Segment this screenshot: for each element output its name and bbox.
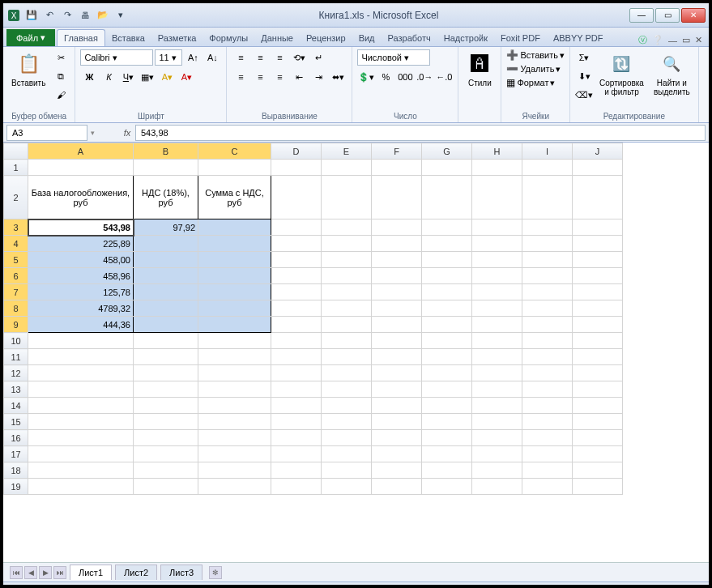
cell-F7[interactable] [372, 284, 422, 300]
cell-C7[interactable] [198, 284, 271, 300]
cell-E9[interactable] [322, 317, 372, 333]
cell-G5[interactable] [422, 252, 472, 268]
cell-D13[interactable] [271, 381, 322, 398]
row-header-10[interactable]: 10 [4, 333, 28, 349]
italic-icon[interactable]: К [100, 69, 117, 85]
cell-I2[interactable] [522, 176, 573, 219]
cell-B19[interactable] [134, 479, 198, 495]
cell-F2[interactable] [372, 176, 422, 219]
new-sheet-icon[interactable]: ✻ [209, 566, 222, 579]
cell-G9[interactable] [422, 317, 472, 333]
cell-E18[interactable] [322, 462, 372, 479]
row-header-14[interactable]: 14 [4, 398, 28, 414]
orientation-icon[interactable]: ⟲▾ [290, 49, 308, 66]
cell-A14[interactable] [28, 398, 134, 414]
cell-H6[interactable] [472, 268, 522, 284]
cell-J3[interactable] [573, 219, 623, 236]
fill-icon[interactable]: ⬇▾ [575, 68, 593, 84]
percent-icon[interactable]: % [377, 69, 394, 85]
doc-min-icon[interactable]: — [668, 36, 677, 45]
tab-home[interactable]: Главная [57, 29, 105, 46]
cell-B13[interactable] [134, 381, 198, 398]
paste-button[interactable]: 📋 Вставить [8, 49, 49, 89]
cell-B3[interactable]: 97,92 [134, 219, 198, 236]
cell-G8[interactable] [422, 300, 472, 317]
cell-G16[interactable] [422, 430, 472, 446]
cell-D2[interactable] [271, 176, 322, 219]
cell-G11[interactable] [422, 349, 472, 365]
cell-I15[interactable] [522, 414, 573, 430]
cell-J13[interactable] [573, 381, 623, 398]
minimize-ribbon-icon[interactable]: ⓥ [638, 34, 647, 46]
cell-H18[interactable] [472, 462, 522, 479]
cut-icon[interactable]: ✂ [52, 49, 70, 66]
cell-H16[interactable] [472, 430, 522, 446]
sheet-tab-3[interactable]: Лист3 [160, 565, 203, 580]
cell-E8[interactable] [322, 300, 372, 317]
cell-G12[interactable] [422, 365, 472, 381]
cell-I9[interactable] [522, 317, 573, 333]
cell-J2[interactable] [573, 176, 623, 219]
view-normal-icon[interactable] [540, 585, 555, 589]
cell-F13[interactable] [372, 381, 422, 398]
cell-B5[interactable] [134, 252, 198, 268]
decrease-font-icon[interactable]: A↓ [203, 49, 221, 66]
cell-I18[interactable] [522, 462, 573, 479]
align-left-icon[interactable]: ≡ [232, 69, 249, 85]
cell-I14[interactable] [522, 398, 573, 414]
col-header-I[interactable]: I [522, 143, 573, 160]
row-header-16[interactable]: 16 [4, 430, 28, 446]
cell-J1[interactable] [573, 160, 623, 176]
cell-C1[interactable] [198, 160, 271, 176]
cell-H17[interactable] [472, 446, 522, 462]
cell-D10[interactable] [271, 333, 322, 349]
number-format-combo[interactable]: Числовой▾ [357, 49, 430, 66]
cell-A19[interactable] [28, 479, 134, 495]
cell-D11[interactable] [271, 349, 322, 365]
cell-G19[interactable] [422, 479, 472, 495]
cell-F10[interactable] [372, 333, 422, 349]
cell-B2[interactable]: НДС (18%), руб [134, 176, 198, 219]
cell-H3[interactable] [472, 219, 522, 236]
delete-cells-icon[interactable]: ➖ [506, 63, 518, 75]
row-header-2[interactable]: 2 [4, 176, 28, 219]
tab-layout[interactable]: Разметка [151, 30, 203, 46]
cell-I19[interactable] [522, 479, 573, 495]
cell-J15[interactable] [573, 414, 623, 430]
tab-data[interactable]: Данные [254, 30, 300, 46]
underline-icon[interactable]: Ч▾ [119, 69, 137, 85]
increase-font-icon[interactable]: A↑ [184, 49, 202, 66]
cell-C10[interactable] [198, 333, 271, 349]
tab-developer[interactable]: Разработч [382, 30, 437, 46]
name-box[interactable]: A3 [6, 125, 87, 141]
cell-G6[interactable] [422, 268, 472, 284]
cell-C6[interactable] [198, 268, 271, 284]
cell-J18[interactable] [573, 462, 623, 479]
cell-F4[interactable] [372, 236, 422, 252]
open-icon[interactable]: 📂 [96, 8, 110, 23]
view-layout-icon[interactable] [556, 585, 571, 589]
cell-B8[interactable] [134, 300, 198, 317]
undo-icon[interactable]: ↶ [42, 8, 57, 23]
cell-E3[interactable] [322, 219, 372, 236]
cell-I12[interactable] [522, 365, 573, 381]
row-header-4[interactable]: 4 [4, 236, 28, 252]
row-header-18[interactable]: 18 [4, 462, 28, 479]
cell-F11[interactable] [372, 349, 422, 365]
row-header-7[interactable]: 7 [4, 284, 28, 300]
tab-abbyy[interactable]: ABBYY PDF [547, 30, 610, 46]
comma-icon[interactable]: 000 [396, 69, 414, 85]
cell-G17[interactable] [422, 446, 472, 462]
cell-D8[interactable] [271, 300, 322, 317]
cell-F6[interactable] [372, 268, 422, 284]
sheet-nav-prev-icon[interactable]: ◀ [24, 566, 37, 579]
cell-B15[interactable] [134, 414, 198, 430]
cell-F8[interactable] [372, 300, 422, 317]
fx-icon[interactable]: fx [119, 125, 135, 141]
cell-A10[interactable] [28, 333, 134, 349]
print-icon[interactable]: 🖶 [78, 8, 92, 23]
cell-F12[interactable] [372, 365, 422, 381]
cell-J19[interactable] [573, 479, 623, 495]
row-header-8[interactable]: 8 [4, 300, 28, 317]
styles-button[interactable]: 🅰 Стили [463, 49, 496, 89]
